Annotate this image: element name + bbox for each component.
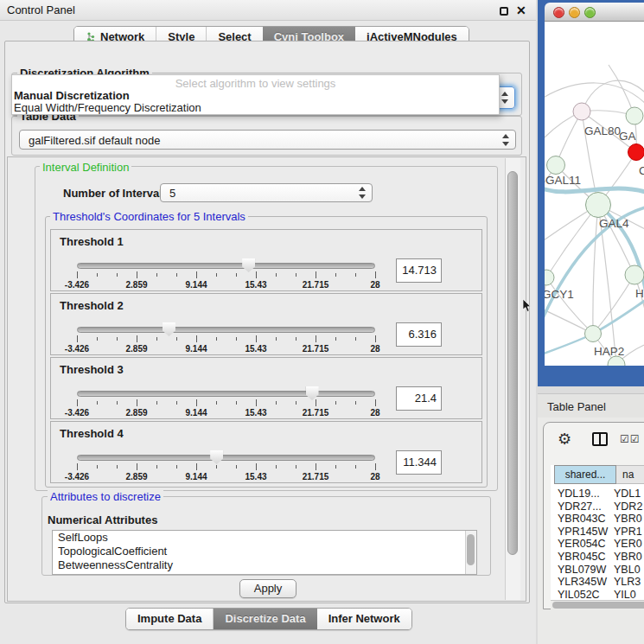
horizontal-scrollbar-thumb[interactable] [552,602,644,609]
slider-tick-labels: -3.4262.8599.14415.4321.71528 [77,408,375,418]
table-panel-body: ⚙ ☑☑ shared... na YDL19...YDL1YDR27...YD… [538,418,644,644]
numerical-attributes-label: Numerical Attributes [48,513,157,526]
slider-tick-labels: -3.4262.8599.14415.4321.71528 [77,344,375,354]
cell-name: YBR0 [614,513,644,526]
network-node[interactable] [545,270,554,285]
threshold-slider[interactable]: -3.4262.8599.14415.4321.71528 [77,318,375,354]
threshold-panel-2: Threshold 2-3.4262.8599.14415.4321.71528… [50,293,482,355]
network-edge[interactable] [593,205,598,334]
threshold-label: Threshold 4 [60,427,124,440]
numerical-attributes-list: SelfLoopsTopologicalCoefficientBetweenne… [52,530,477,575]
table-panel-title: Table Panel [547,400,606,413]
network-edge[interactable] [593,298,644,334]
panel-title: Control Panel [7,3,75,16]
network-edge[interactable] [545,277,546,333]
network-node[interactable] [547,156,565,175]
network-edge[interactable] [545,188,644,193]
threshold-label: Threshold 3 [60,363,124,376]
threshold-label: Threshold 2 [60,299,124,312]
network-window-titlebar[interactable] [545,3,644,22]
table-row[interactable]: YLR345WYLR3 [551,576,644,589]
cell-name: YER0 [614,538,644,551]
threshold-value-field[interactable]: 21.4 [396,386,442,411]
gear-icon[interactable]: ⚙ [558,430,571,449]
network-node-label: GA [619,130,636,143]
slider-thumb[interactable] [306,386,319,400]
table-row[interactable]: YPR145WYPR1 [551,526,644,539]
network-edge[interactable] [593,275,634,334]
minimize-traffic-light[interactable] [569,7,580,18]
network-node-label: H [635,287,644,300]
slider-thumb[interactable] [163,322,175,336]
table-row[interactable]: YBR043CYBR0 [551,513,644,526]
network-node[interactable] [626,107,643,124]
slider-track[interactable] [77,455,375,461]
cell-shared-name: YDL19... [551,488,614,501]
columns-icon[interactable] [592,432,608,446]
threshold-slider[interactable]: -3.4262.8599.14415.4321.71528 [77,446,375,482]
dropdown-option-equal-width[interactable]: Equal Width/Frequency Discretization [14,101,201,114]
threshold-value-field[interactable]: 11.344 [396,450,442,475]
zoom-traffic-light[interactable] [584,7,596,18]
vertical-scrollbar-thumb[interactable] [507,171,518,555]
slider-ticks [77,335,375,343]
cell-shared-name: YBR045C [551,551,614,564]
interval-definition-title: Interval Definition [40,161,131,174]
horizontal-scrollbar-track[interactable] [551,600,644,609]
float-window-icon[interactable] [500,7,508,16]
close-icon[interactable]: ✕ [516,3,526,17]
threshold-value-field[interactable]: 6.316 [396,322,442,347]
column-header-name[interactable]: na [616,465,644,484]
tab-impute-data[interactable]: Impute Data [126,609,214,629]
network-view-window: GAL80GACGAL11GAL4GCY1HHAP2 [538,0,644,386]
threshold-slider[interactable]: -3.4262.8599.14415.4321.71528 [77,254,375,290]
table-data-combobox[interactable]: galFiltered.sif default node [19,130,516,150]
cell-shared-name: YBR043C [551,513,614,526]
slider-ticks [77,463,375,471]
network-edge[interactable] [546,277,593,334]
network-node[interactable] [585,326,602,342]
cell-name: YIL0 [614,589,644,600]
network-canvas[interactable]: GAL80GACGAL11GAL4GCY1HHAP2 [545,22,644,366]
apply-button[interactable]: Apply [239,579,296,598]
table-row[interactable]: YER054CYER0 [551,538,644,551]
column-header-shared-name[interactable]: shared... [554,465,616,484]
tab-discretize-data[interactable]: Discretize Data [214,609,316,629]
threshold-panel-1: Threshold 1-3.4262.8599.14415.4321.71528… [50,229,482,291]
node-table: shared... na YDL19...YDL1YDR27...YDR2YBR… [551,465,644,603]
number-of-intervals-combobox[interactable]: 5 [160,183,373,202]
table-row[interactable]: YDR27...YDR2 [551,501,644,513]
network-node[interactable] [573,103,590,120]
slider-track[interactable] [77,391,375,397]
network-node-label: GAL11 [545,174,581,187]
network-node[interactable] [628,144,644,161]
list-scrollbar-thumb[interactable] [467,534,475,565]
dropdown-prompt-item[interactable]: Select algorithm to view settings [12,77,499,90]
threshold-slider[interactable]: -3.4262.8599.14415.4321.71528 [77,382,375,418]
attribute-list-item[interactable]: TopologicalCoefficient [53,545,476,558]
attributes-group-title: Attributes to discretize [48,490,163,503]
table-data-value: galFiltered.sif default node [29,133,160,146]
tab-infer-network[interactable]: Infer Network [317,609,411,629]
attribute-list-item[interactable]: SelfLoops [53,531,476,545]
slider-thumb[interactable] [210,450,223,464]
table-row[interactable]: YIL052CYIL0 [551,589,644,600]
slider-thumb[interactable] [242,258,255,272]
combo-stepper-icon [501,134,509,146]
threshold-value-field[interactable]: 14.713 [396,258,442,283]
close-traffic-light[interactable] [553,7,564,18]
thresholds-group-title: Threshold's Coordinates for 5 Intervals [50,210,248,223]
network-node[interactable] [586,193,611,218]
list-scrollbar-track[interactable] [465,531,476,574]
mouse-cursor [522,299,532,313]
table-row[interactable]: YBL079WYBL0 [551,564,644,577]
checkbox-icons[interactable]: ☑☑ [620,433,641,445]
network-node[interactable] [625,265,644,284]
table-row[interactable]: YDL19...YDL1 [551,488,644,501]
attribute-list-item[interactable]: BetweennessCentrality [53,558,476,572]
table-row[interactable]: YBR045CYBR0 [551,551,644,564]
cell-name: YLR3 [614,576,644,589]
dropdown-option-manual-discretization[interactable]: Manual Discretization [14,89,130,102]
slider-track[interactable] [77,263,375,269]
slider-track[interactable] [77,327,375,333]
